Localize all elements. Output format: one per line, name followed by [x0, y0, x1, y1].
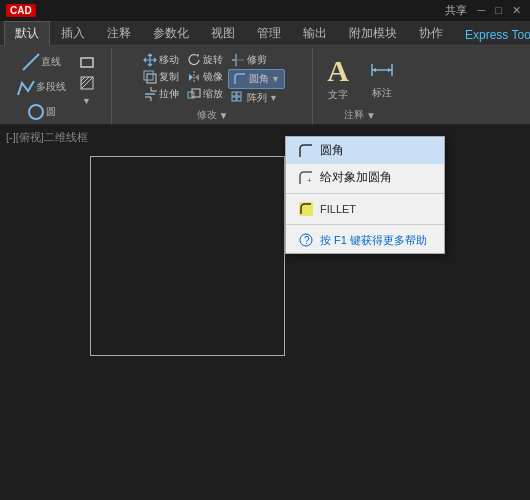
tab-parametric[interactable]: 参数化	[142, 21, 200, 45]
polyline-icon	[16, 77, 36, 97]
circle-button[interactable]: 圆	[22, 100, 60, 124]
copy-icon	[143, 70, 157, 84]
minimize-icon[interactable]: ─	[475, 4, 489, 17]
tab-collaborate[interactable]: 协作	[408, 21, 454, 45]
rotate-label: 旋转	[203, 53, 223, 67]
help-icon: ?	[298, 232, 314, 248]
draw-group: 直线 多段线 圆 圆弧	[2, 48, 112, 124]
stretch-button[interactable]: 拉伸	[140, 86, 182, 102]
rotate-button[interactable]: 旋转	[184, 52, 226, 68]
trim-label: 修剪	[247, 53, 267, 67]
dimension-button[interactable]: 标注	[362, 52, 402, 104]
tab-output[interactable]: 输出	[292, 21, 338, 45]
dropdown-label-help: 按 F1 键获得更多帮助	[320, 233, 427, 248]
dimension-icon	[368, 56, 396, 84]
svg-line-4	[81, 77, 85, 81]
polyline-label: 多段线	[36, 81, 66, 93]
svg-line-5	[81, 77, 89, 85]
stretch-label: 拉伸	[159, 87, 179, 101]
tab-view[interactable]: 视图	[200, 21, 246, 45]
svg-rect-18	[232, 97, 236, 101]
mirror-button[interactable]: 镜像	[184, 69, 226, 85]
text-button[interactable]: A 文字	[318, 52, 358, 106]
tab-express[interactable]: Express Tools	[454, 24, 530, 45]
more-draw-button[interactable]: ▼	[72, 94, 102, 108]
annotate-group-label[interactable]: 注释 ▼	[341, 107, 379, 124]
move-label: 移动	[159, 53, 179, 67]
dropdown-label-fillet-cmd: FILLET	[320, 203, 356, 215]
rect-button[interactable]	[72, 52, 102, 72]
tab-default[interactable]: 默认	[4, 21, 50, 46]
array-label: 阵列	[247, 91, 267, 105]
view-label: [-][俯视]二维线框	[6, 130, 88, 145]
fillet-label: 圆角	[249, 72, 269, 86]
main-area: [-][俯视]二维线框 圆角 + 给对象加圆角	[0, 126, 530, 478]
dropdown-separator-2	[286, 224, 444, 225]
title-bar: CAD 共享 ─ □ ✕	[0, 0, 530, 22]
line-icon	[21, 52, 41, 72]
modify-dropdown-arrow: ▼	[219, 110, 229, 121]
fillet-menu-icon	[298, 143, 314, 159]
copy-button[interactable]: 复制	[140, 69, 182, 85]
dropdown-item-add-fillet[interactable]: + 给对象加圆角	[286, 164, 444, 191]
trim-button[interactable]: 修剪	[228, 52, 285, 68]
line-button[interactable]: 直线	[17, 50, 65, 74]
svg-rect-7	[147, 74, 156, 83]
move-icon	[143, 53, 157, 67]
window-controls: ─ □ ✕	[475, 4, 524, 17]
text-label: 文字	[328, 88, 348, 102]
hatch-icon	[79, 75, 95, 91]
drawing-rectangle	[90, 156, 285, 356]
stretch-icon	[143, 87, 157, 101]
copy-label: 复制	[159, 70, 179, 84]
svg-rect-8	[144, 71, 153, 80]
text-icon: A	[327, 56, 349, 86]
svg-rect-16	[232, 92, 236, 96]
svg-text:+: +	[307, 176, 312, 185]
svg-rect-12	[192, 89, 200, 97]
rotate-icon	[187, 53, 201, 67]
fillet-dropdown-arrow[interactable]: ▼	[271, 74, 280, 84]
rect-icon	[79, 54, 95, 70]
maximize-icon[interactable]: □	[492, 4, 505, 17]
svg-rect-19	[237, 97, 241, 101]
scale-button[interactable]: 缩放	[184, 86, 226, 102]
tab-insert[interactable]: 插入	[50, 21, 96, 45]
svg-rect-2	[81, 58, 93, 67]
dropdown-menu: 圆角 + 给对象加圆角 FILLET	[285, 136, 445, 254]
modify-group-label[interactable]: 修改 ▼	[194, 107, 232, 124]
tab-annotate[interactable]: 注释	[96, 21, 142, 45]
canvas-area[interactable]: 圆角 + 给对象加圆角 FILLET	[0, 126, 530, 478]
tab-addons[interactable]: 附加模块	[338, 21, 408, 45]
dropdown-item-fillet-cmd[interactable]: FILLET	[286, 196, 444, 222]
svg-line-0	[23, 54, 39, 70]
mirror-label: 镜像	[203, 70, 223, 84]
tab-manage[interactable]: 管理	[246, 21, 292, 45]
array-button[interactable]: 阵列 ▼	[228, 90, 285, 106]
move-button[interactable]: 移动	[140, 52, 182, 68]
fillet-icon	[233, 72, 247, 86]
hatch-button[interactable]	[72, 73, 102, 93]
svg-rect-17	[237, 92, 241, 96]
annotate-dropdown-arrow: ▼	[366, 110, 376, 121]
polyline-button[interactable]: 多段线	[12, 75, 70, 99]
dropdown-item-yuanjiao[interactable]: 圆角	[286, 137, 444, 164]
modify-group: 移动 复制 拉伸	[113, 48, 313, 124]
fillet-button[interactable]: 圆角 ▼	[228, 69, 285, 89]
close-icon[interactable]: ✕	[509, 4, 524, 17]
svg-text:?: ?	[304, 235, 310, 246]
ribbon-panel: 直线 多段线 圆 圆弧	[0, 46, 530, 126]
dimension-label: 标注	[372, 86, 392, 100]
annotate-group: A 文字 标注 注释 ▼	[314, 48, 406, 124]
share-button[interactable]: 共享	[445, 3, 467, 18]
circle-label: 圆	[46, 106, 56, 118]
dropdown-label-yuanjiao: 圆角	[320, 142, 344, 159]
fillet-cmd-icon	[298, 201, 314, 217]
dropdown-item-help[interactable]: ? 按 F1 键获得更多帮助	[286, 227, 444, 253]
cad-logo: CAD	[6, 4, 36, 17]
line-label: 直线	[41, 56, 61, 68]
svg-point-1	[29, 105, 43, 119]
add-fillet-icon: +	[298, 170, 314, 186]
ribbon-tabs: 默认 插入 注释 参数化 视图 管理 输出 附加模块 协作 Express To…	[0, 22, 530, 46]
array-dropdown-arrow[interactable]: ▼	[269, 93, 278, 103]
